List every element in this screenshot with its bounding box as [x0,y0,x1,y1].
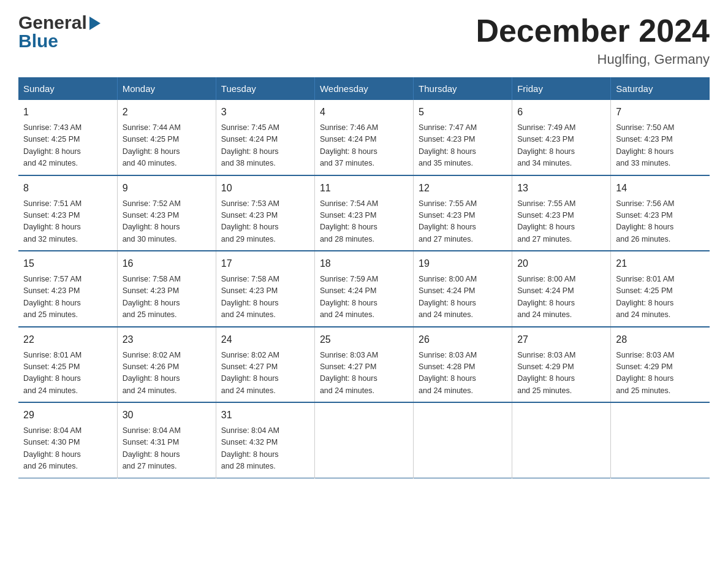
day-number: 11 [320,181,408,196]
day-number: 2 [123,105,211,120]
day-number: 12 [419,181,507,196]
day-cell: 4Sunrise: 7:46 AMSunset: 4:24 PMDaylight… [314,100,413,175]
week-row-3: 15Sunrise: 7:57 AMSunset: 4:23 PMDayligh… [18,251,710,327]
day-info: Sunrise: 8:02 AMSunset: 4:27 PMDaylight:… [221,350,309,397]
day-info: Sunrise: 8:03 AMSunset: 4:29 PMDaylight:… [517,350,605,397]
day-cell [314,402,413,478]
day-cell: 5Sunrise: 7:47 AMSunset: 4:23 PMDaylight… [414,100,512,175]
day-cell: 7Sunrise: 7:50 AMSunset: 4:23 PMDaylight… [611,100,710,175]
day-number: 1 [23,105,112,120]
day-info: Sunrise: 7:47 AMSunset: 4:23 PMDaylight:… [419,122,507,170]
day-info: Sunrise: 7:55 AMSunset: 4:23 PMDaylight:… [517,198,605,246]
day-cell: 12Sunrise: 7:55 AMSunset: 4:23 PMDayligh… [414,175,512,251]
day-number: 17 [221,256,309,271]
day-info: Sunrise: 8:03 AMSunset: 4:29 PMDaylight:… [616,350,705,397]
day-cell: 22Sunrise: 8:01 AMSunset: 4:25 PMDayligh… [18,327,117,403]
day-number: 3 [221,105,309,120]
col-thursday: Thursday [414,77,512,100]
day-number: 21 [616,256,705,271]
week-row-5: 29Sunrise: 8:04 AMSunset: 4:30 PMDayligh… [18,402,710,478]
day-number: 29 [23,408,112,423]
day-cell: 9Sunrise: 7:52 AMSunset: 4:23 PMDaylight… [117,175,216,251]
day-number: 20 [517,256,605,271]
day-info: Sunrise: 7:52 AMSunset: 4:23 PMDaylight:… [123,198,211,246]
day-cell [611,402,710,478]
week-row-1: 1Sunrise: 7:43 AMSunset: 4:25 PMDaylight… [18,100,710,175]
day-number: 23 [123,332,211,347]
day-number: 13 [517,181,605,196]
logo-top-row: General [18,12,100,33]
col-friday: Friday [512,77,611,100]
day-number: 14 [616,181,705,196]
day-cell: 2Sunrise: 7:44 AMSunset: 4:25 PMDaylight… [117,100,216,175]
day-number: 19 [419,256,507,271]
day-cell: 21Sunrise: 8:01 AMSunset: 4:25 PMDayligh… [611,251,710,327]
day-info: Sunrise: 8:04 AMSunset: 4:30 PMDaylight:… [23,425,112,473]
day-info: Sunrise: 7:51 AMSunset: 4:23 PMDaylight:… [23,198,112,246]
calendar-body: 1Sunrise: 7:43 AMSunset: 4:25 PMDaylight… [18,100,710,478]
logo: General Blue [18,12,100,52]
day-info: Sunrise: 8:03 AMSunset: 4:28 PMDaylight:… [419,350,507,397]
day-info: Sunrise: 8:00 AMSunset: 4:24 PMDaylight:… [419,274,507,321]
day-number: 26 [419,332,507,347]
day-cell: 1Sunrise: 7:43 AMSunset: 4:25 PMDaylight… [18,100,117,175]
day-cell: 11Sunrise: 7:54 AMSunset: 4:23 PMDayligh… [314,175,413,251]
day-number: 4 [320,105,408,120]
day-cell: 14Sunrise: 7:56 AMSunset: 4:23 PMDayligh… [611,175,710,251]
day-cell: 15Sunrise: 7:57 AMSunset: 4:23 PMDayligh… [18,251,117,327]
day-number: 10 [221,181,309,196]
day-info: Sunrise: 8:01 AMSunset: 4:25 PMDaylight:… [616,274,705,321]
day-cell: 19Sunrise: 8:00 AMSunset: 4:24 PMDayligh… [414,251,512,327]
day-number: 31 [221,408,309,423]
day-number: 7 [616,105,705,120]
day-cell: 16Sunrise: 7:58 AMSunset: 4:23 PMDayligh… [117,251,216,327]
day-cell: 26Sunrise: 8:03 AMSunset: 4:28 PMDayligh… [414,327,512,403]
col-monday: Monday [117,77,216,100]
day-number: 22 [23,332,112,347]
day-number: 8 [23,181,112,196]
day-info: Sunrise: 7:53 AMSunset: 4:23 PMDaylight:… [221,198,309,246]
day-info: Sunrise: 7:56 AMSunset: 4:23 PMDaylight:… [616,198,705,246]
day-number: 16 [123,256,211,271]
day-info: Sunrise: 7:58 AMSunset: 4:23 PMDaylight:… [221,274,309,321]
title-block: December 2024 Huglfing, Germany [476,12,710,67]
week-row-4: 22Sunrise: 8:01 AMSunset: 4:25 PMDayligh… [18,327,710,403]
day-cell: 23Sunrise: 8:02 AMSunset: 4:26 PMDayligh… [117,327,216,403]
day-number: 6 [517,105,605,120]
day-cell: 18Sunrise: 7:59 AMSunset: 4:24 PMDayligh… [314,251,413,327]
logo-general-text: General [18,12,87,33]
day-number: 9 [123,181,211,196]
day-cell: 30Sunrise: 8:04 AMSunset: 4:31 PMDayligh… [117,402,216,478]
calendar-table: Sunday Monday Tuesday Wednesday Thursday… [18,77,710,478]
calendar-header: Sunday Monday Tuesday Wednesday Thursday… [18,77,710,100]
day-number: 28 [616,332,705,347]
day-number: 27 [517,332,605,347]
day-number: 25 [320,332,408,347]
logo-blue-text: Blue [18,31,58,52]
day-info: Sunrise: 8:04 AMSunset: 4:32 PMDaylight:… [221,425,309,473]
day-cell: 20Sunrise: 8:00 AMSunset: 4:24 PMDayligh… [512,251,611,327]
day-info: Sunrise: 7:45 AMSunset: 4:24 PMDaylight:… [221,122,309,170]
col-saturday: Saturday [611,77,710,100]
page-header: General Blue December 2024 Huglfing, Ger… [18,12,710,67]
day-number: 30 [123,408,211,423]
day-cell: 25Sunrise: 8:03 AMSunset: 4:27 PMDayligh… [314,327,413,403]
day-cell: 27Sunrise: 8:03 AMSunset: 4:29 PMDayligh… [512,327,611,403]
day-cell: 10Sunrise: 7:53 AMSunset: 4:23 PMDayligh… [216,175,314,251]
calendar-subtitle: Huglfing, Germany [476,52,710,67]
day-info: Sunrise: 7:46 AMSunset: 4:24 PMDaylight:… [320,122,408,170]
day-info: Sunrise: 7:49 AMSunset: 4:23 PMDaylight:… [517,122,605,170]
logo-arrow-icon [89,17,100,30]
day-cell: 13Sunrise: 7:55 AMSunset: 4:23 PMDayligh… [512,175,611,251]
day-cell: 29Sunrise: 8:04 AMSunset: 4:30 PMDayligh… [18,402,117,478]
day-cell: 24Sunrise: 8:02 AMSunset: 4:27 PMDayligh… [216,327,314,403]
day-number: 18 [320,256,408,271]
week-row-2: 8Sunrise: 7:51 AMSunset: 4:23 PMDaylight… [18,175,710,251]
day-info: Sunrise: 7:58 AMSunset: 4:23 PMDaylight:… [123,274,211,321]
day-info: Sunrise: 7:44 AMSunset: 4:25 PMDaylight:… [123,122,211,170]
day-info: Sunrise: 7:43 AMSunset: 4:25 PMDaylight:… [23,122,112,170]
col-tuesday: Tuesday [216,77,314,100]
day-info: Sunrise: 7:57 AMSunset: 4:23 PMDaylight:… [23,274,112,321]
col-sunday: Sunday [18,77,117,100]
header-row: Sunday Monday Tuesday Wednesday Thursday… [18,77,710,100]
